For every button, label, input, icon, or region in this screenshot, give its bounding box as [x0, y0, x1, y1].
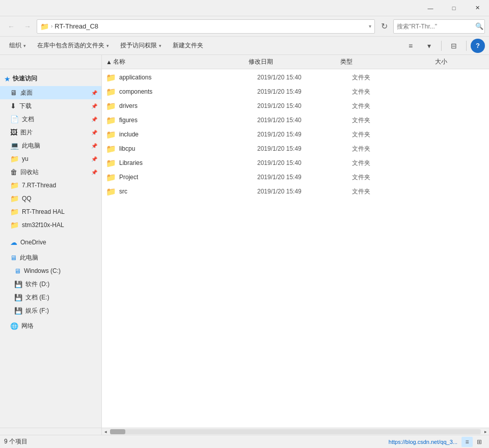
quick-access-star-icon: ★ — [4, 75, 11, 83]
file-item[interactable]: 📁 Libraries 2019/1/20 15:40 文件夹 — [102, 156, 489, 170]
file-type: 文件夹 — [352, 116, 418, 125]
file-date: 2019/1/20 15:40 — [257, 117, 349, 124]
sidebar-item-onedrive[interactable]: ☁ OneDrive — [0, 236, 101, 249]
col-type-header[interactable]: 类型 — [340, 58, 406, 66]
thispc-sidebar-icon: 💻 — [10, 142, 19, 150]
col-size-header[interactable]: 大小 — [406, 58, 447, 66]
sidebar-item-pictures[interactable]: 🖼 图片 📌 — [0, 126, 101, 139]
thispc-section-label: 此电脑 — [20, 254, 97, 262]
sidebar-item-stmhal[interactable]: 📁 stm32f10x-HAL — [0, 218, 101, 232]
help-button[interactable]: ? — [471, 39, 485, 53]
file-date: 2019/1/20 15:49 — [257, 145, 349, 152]
refresh-button[interactable]: ↻ — [377, 19, 391, 34]
windows-c-label: Windows (C:) — [24, 267, 97, 274]
file-item[interactable]: 📁 figures 2019/1/20 15:40 文件夹 — [102, 113, 489, 127]
rthal-icon: 📁 — [10, 208, 19, 216]
pictures-pin-icon: 📌 — [91, 130, 97, 135]
organize-arrow: ▾ — [23, 43, 26, 48]
file-item[interactable]: 📁 applications 2019/1/20 15:40 文件夹 — [102, 70, 489, 85]
scrollbar-thumb[interactable] — [110, 429, 125, 434]
include-arrow: ▾ — [106, 43, 109, 48]
sidebar-item-rtthread7[interactable]: 📁 7.RT-Thread — [0, 179, 101, 192]
file-name: src — [119, 188, 254, 195]
col-name-header[interactable]: ▲ 名称 — [106, 58, 249, 66]
toolbar-separator — [441, 41, 442, 51]
status-bar: 9 个项目 https://blog.csdn.net/qq_3... ≡ ⊞ — [0, 435, 489, 448]
file-item[interactable]: 📁 Project 2019/1/20 15:49 文件夹 — [102, 170, 489, 184]
documents-pin-icon: 📌 — [91, 117, 97, 122]
scrollbar-track[interactable] — [110, 429, 481, 434]
share-arrow: ▾ — [159, 43, 161, 48]
path-dropdown-icon[interactable]: ▾ — [369, 23, 371, 29]
back-button[interactable]: ← — [4, 19, 18, 34]
include-button[interactable]: 在库中包含所选的文件夹 ▾ — [32, 39, 114, 53]
new-folder-label: 新建文件夹 — [173, 41, 203, 50]
file-name: include — [119, 131, 254, 138]
sidebar-item-drive-d[interactable]: 💾 软件 (D:) — [0, 277, 101, 291]
organize-button[interactable]: 组织 ▾ — [4, 39, 31, 53]
file-item[interactable]: 📁 src 2019/1/20 15:49 文件夹 — [102, 184, 489, 199]
toolbar-right: ≡ ▾ ⊟ ? — [402, 39, 485, 53]
sidebar-item-network[interactable]: 🌐 网络 — [0, 319, 101, 332]
search-input[interactable] — [397, 23, 473, 30]
recycle-icon: 🗑 — [10, 168, 17, 176]
folder-icon: 📁 — [106, 130, 116, 139]
status-view-icons: ≡ ⊞ — [461, 437, 485, 447]
forward-button[interactable]: → — [20, 19, 35, 34]
address-path[interactable]: 📁 › RT-Thread_C8 ▾ — [37, 19, 375, 34]
h-scrollbar[interactable]: ◂ ▸ — [102, 428, 489, 435]
file-item[interactable]: 📁 components 2019/1/20 15:49 文件夹 — [102, 85, 489, 99]
sidebar-item-drive-f[interactable]: 💾 娱乐 (F:) — [0, 304, 101, 317]
change-view-button[interactable]: ▾ — [421, 39, 437, 53]
status-large-icons-view-button[interactable]: ⊞ — [474, 437, 485, 447]
column-headers: ▲ 名称 修改日期 类型 大小 — [102, 55, 489, 69]
folder-icon: 📁 — [106, 158, 116, 168]
sidebar-item-downloads[interactable]: ⬇ 下载 📌 — [0, 99, 101, 113]
file-item[interactable]: 📁 drivers 2019/1/20 15:40 文件夹 — [102, 99, 489, 113]
downloads-pin-icon: 📌 — [91, 103, 97, 109]
file-name: Project — [119, 174, 254, 181]
folder-icon: 📁 — [106, 116, 116, 125]
status-details-view-button[interactable]: ≡ — [461, 437, 473, 447]
stmhal-label: stm32f10x-HAL — [22, 221, 97, 229]
file-type: 文件夹 — [352, 173, 418, 182]
file-name: drivers — [119, 102, 254, 109]
folder-icon: 📁 — [106, 73, 116, 82]
sidebar-item-desktop[interactable]: 🖥 桌面 📌 — [0, 86, 101, 99]
preview-pane-button[interactable]: ⊟ — [446, 39, 462, 53]
scroll-left-button[interactable]: ◂ — [102, 428, 109, 435]
search-box[interactable]: 🔍 — [393, 19, 485, 34]
file-item[interactable]: 📁 libcpu 2019/1/20 15:49 文件夹 — [102, 142, 489, 156]
col-date-header[interactable]: 修改日期 — [249, 58, 340, 66]
sidebar-item-windows-c[interactable]: 🖥 Windows (C:) — [0, 264, 101, 277]
status-url[interactable]: https://blog.csdn.net/qq_3... — [389, 439, 457, 445]
sidebar-item-rthal[interactable]: 📁 RT-Thread HAL — [0, 205, 101, 218]
quick-access-header[interactable]: ★ 快速访问 — [0, 71, 101, 86]
file-date: 2019/1/20 15:49 — [257, 174, 349, 181]
file-type: 文件夹 — [352, 73, 418, 82]
sidebar-item-documents[interactable]: 📄 文档 📌 — [0, 113, 101, 126]
new-folder-button[interactable]: 新建文件夹 — [168, 39, 208, 53]
desktop-pin-icon: 📌 — [91, 90, 97, 96]
yu-pin-icon: 📌 — [91, 156, 97, 162]
recycle-pin-icon: 📌 — [91, 170, 97, 175]
close-button[interactable]: ✕ — [466, 0, 489, 16]
file-item[interactable]: 📁 include 2019/1/20 15:49 文件夹 — [102, 127, 489, 142]
sidebar-item-drive-e[interactable]: 💾 文档 (E:) — [0, 291, 101, 304]
documents-label: 文档 — [22, 115, 88, 124]
sidebar-item-thispc[interactable]: 💻 此电脑 📌 — [0, 139, 101, 152]
view-details-button[interactable]: ≡ — [402, 39, 419, 53]
onedrive-label: OneDrive — [20, 239, 97, 246]
organize-label: 组织 — [9, 41, 21, 50]
path-text: RT-Thread_C8 — [55, 22, 367, 30]
path-folder-icon: 📁 — [40, 22, 49, 31]
sidebar-item-recycle[interactable]: 🗑 回收站 📌 — [0, 165, 101, 179]
file-date: 2019/1/20 15:49 — [257, 131, 349, 138]
minimize-button[interactable]: — — [419, 0, 442, 16]
sidebar-item-qq[interactable]: 📁 QQ — [0, 192, 101, 205]
maximize-button[interactable]: □ — [442, 0, 466, 16]
sidebar-item-thispc-section[interactable]: 🖥 此电脑 — [0, 251, 101, 264]
share-button[interactable]: 授予访问权限 ▾ — [115, 39, 167, 53]
scroll-right-button[interactable]: ▸ — [482, 428, 489, 435]
sidebar-item-yu[interactable]: 📁 yu 📌 — [0, 152, 101, 165]
